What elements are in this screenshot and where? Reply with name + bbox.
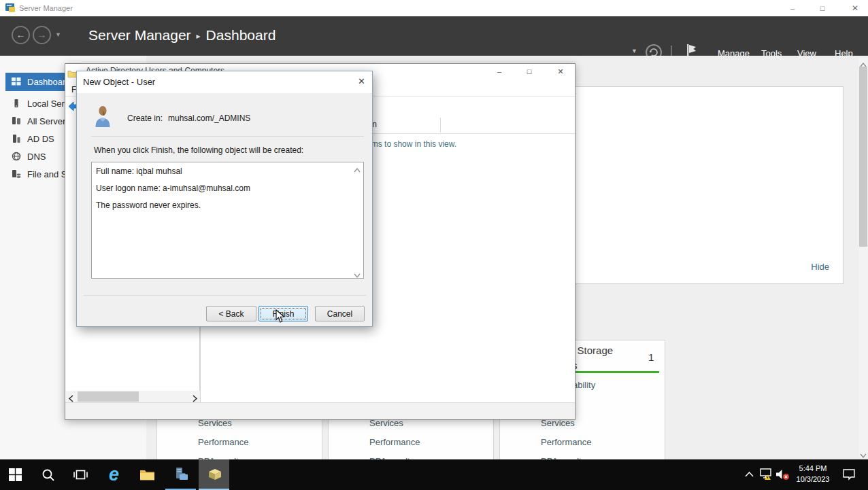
all-servers-icon: [11, 116, 22, 126]
network-icon[interactable]: [759, 468, 773, 483]
local-server-icon: [11, 98, 22, 109]
aduc-window-icon: [67, 68, 77, 75]
aduc-taskbar-icon[interactable]: [199, 459, 229, 490]
ad-ds-icon: [11, 133, 22, 144]
summary-box[interactable]: Full name: iqbal muhsal User logon name:…: [91, 162, 364, 279]
summary-password: The password never expires.: [96, 201, 350, 210]
aduc-status-bar: [65, 402, 575, 419]
server-manager-app-icon: [5, 3, 16, 13]
search-icon[interactable]: [33, 459, 63, 490]
volume-muted-icon[interactable]: [775, 469, 790, 483]
breadcrumb-current[interactable]: Dashboard: [206, 27, 276, 43]
tile-row[interactable]: Performance: [541, 437, 591, 447]
dashboard-icon: [11, 76, 22, 87]
hide-link[interactable]: Hide: [811, 262, 829, 272]
user-icon: [94, 105, 112, 128]
sidebar-item-label: All Servers: [27, 116, 70, 126]
breadcrumb: Server Manager▸Dashboard: [88, 27, 276, 43]
taskbar-clock[interactable]: 5:44 PM 10/3/2023: [792, 463, 834, 485]
scroll-left-icon[interactable]: [68, 393, 76, 400]
aduc-close-button[interactable]: ✕: [554, 66, 567, 77]
scrollbar-thumb[interactable]: [78, 391, 139, 402]
aduc-minimize-button[interactable]: –: [493, 66, 505, 77]
scroll-right-icon[interactable]: [190, 393, 198, 400]
internet-explorer-icon[interactable]: e: [99, 459, 129, 490]
file-storage-icon: [11, 169, 22, 179]
sidebar-item-label: AD DS: [27, 134, 54, 144]
close-button[interactable]: ✕: [844, 0, 867, 16]
restore-button[interactable]: □: [811, 0, 834, 16]
cancel-button[interactable]: Cancel: [315, 306, 365, 321]
dialog-separator: [84, 295, 367, 296]
notifications-caret-icon[interactable]: ▼: [631, 48, 637, 54]
desktop: Server Manager – □ ✕ ← → ▼ Server Manage…: [0, 0, 868, 490]
scroll-down-icon[interactable]: [353, 269, 361, 276]
start-button[interactable]: [0, 459, 31, 490]
create-in-label: Create in:: [127, 113, 163, 123]
server-manager-titlebar: Server Manager – □ ✕: [0, 0, 868, 16]
task-view-icon[interactable]: [65, 459, 96, 490]
back-button[interactable]: < Back: [206, 306, 256, 321]
dialog-title: New Object - User: [83, 77, 155, 87]
dialog-instruction: When you click Finish, the following obj…: [94, 145, 303, 155]
breadcrumb-separator-icon: ▸: [197, 31, 201, 41]
tile-row[interactable]: Performance: [369, 437, 420, 447]
tile-count: 1: [648, 351, 654, 363]
column-divider[interactable]: [440, 118, 441, 133]
mouse-cursor: [276, 309, 285, 326]
file-explorer-icon[interactable]: [132, 459, 163, 490]
scroll-up-icon[interactable]: [353, 164, 361, 171]
minimize-button[interactable]: –: [781, 0, 804, 16]
server-manager-header: ← → ▼ Server Manager▸Dashboard ▼ Manage …: [0, 16, 868, 56]
forward-nav-icon[interactable]: →: [33, 26, 51, 44]
scroll-down-icon[interactable]: [860, 449, 867, 456]
breadcrumb-root[interactable]: Server Manager: [88, 27, 191, 43]
clock-time: 5:44 PM: [799, 464, 827, 472]
aduc-maximize-button[interactable]: □: [523, 66, 535, 77]
dialog-titlebar[interactable]: New Object - User ✕: [77, 71, 372, 93]
scroll-up-icon[interactable]: [860, 59, 867, 66]
dialog-separator: [91, 136, 364, 137]
app-title: Server Manager: [19, 4, 73, 12]
server-manager-taskbar-icon[interactable]: [165, 459, 196, 490]
action-center-icon[interactable]: [842, 468, 856, 483]
dialog-close-icon[interactable]: ✕: [358, 76, 365, 86]
vertical-scrollbar[interactable]: [858, 58, 868, 457]
create-in-value: muhsal.com/_ADMINS: [168, 113, 250, 123]
back-nav-icon[interactable]: ←: [12, 26, 30, 44]
summary-logon-name: User logon name: a-imuhsal@muhsal.com: [96, 184, 350, 193]
scrollbar-thumb[interactable]: [859, 67, 867, 247]
taskbar: e 5:44 PM 10/3/2023: [0, 459, 868, 490]
new-object-user-dialog: New Object - User ✕ Create in: muhsal.co…: [76, 71, 373, 327]
nav-caret-icon[interactable]: ▼: [55, 31, 61, 38]
sidebar-item-label: DNS: [27, 152, 46, 162]
summary-full-name: Full name: iqbal muhsal: [96, 167, 350, 176]
dns-icon: [11, 151, 22, 162]
clock-date: 10/3/2023: [797, 475, 830, 483]
tile-row[interactable]: Performance: [198, 437, 248, 447]
tree-horizontal-scrollbar[interactable]: [66, 391, 200, 402]
tray-expand-icon[interactable]: [744, 469, 754, 481]
